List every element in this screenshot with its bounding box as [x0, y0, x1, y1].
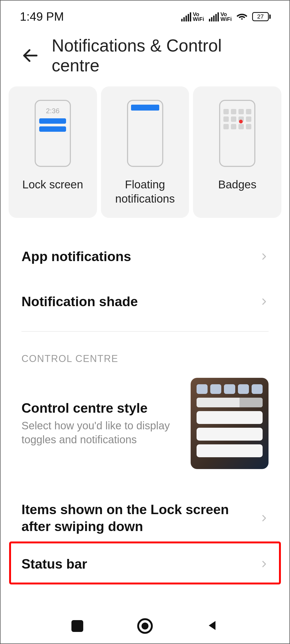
card-label-floating: Floating notifications — [101, 178, 189, 206]
row-status-bar[interactable]: Status bar — [1, 541, 289, 587]
row-label: App notifications — [21, 249, 131, 264]
card-label-lock: Lock screen — [20, 178, 86, 192]
triangle-left-icon — [206, 619, 219, 633]
row-label: Status bar — [21, 556, 87, 572]
circle-icon — [137, 618, 153, 634]
nav-recent-button[interactable] — [67, 615, 88, 637]
signal-indicator-1: Vo WiFi — [181, 12, 204, 21]
header: Notifications & Control centre — [1, 33, 289, 78]
row-app-notifications[interactable]: App notifications — [1, 234, 289, 279]
cc-style-title: Control centre style — [21, 400, 183, 416]
row-label: Items shown on the Lock screen after swi… — [21, 501, 258, 535]
floating-preview-icon — [127, 100, 163, 167]
arrow-left-icon — [21, 46, 40, 65]
card-label-badges: Badges — [215, 178, 259, 192]
chevron-right-icon — [259, 559, 269, 569]
lock-screen-preview-icon: 2:36 — [35, 100, 71, 167]
vowifi-label-1: Vo WiFi — [193, 12, 204, 21]
back-button[interactable] — [20, 45, 41, 66]
signal-bars-icon — [209, 12, 219, 21]
nav-back-button[interactable] — [202, 615, 223, 637]
chevron-right-icon — [259, 514, 269, 523]
row-notification-shade[interactable]: Notification shade — [1, 279, 289, 324]
page-title: Notifications & Control centre — [52, 36, 270, 75]
navigation-bar — [1, 609, 289, 643]
chevron-right-icon — [259, 297, 269, 306]
status-time: 1:49 PM — [20, 10, 64, 23]
battery-percentage: 27 — [252, 12, 269, 21]
square-icon — [71, 620, 83, 632]
battery-indicator: 27 — [252, 12, 271, 21]
mock-lock-time: 2:36 — [46, 107, 60, 115]
signal-bars-icon — [181, 12, 191, 21]
badges-preview-icon — [219, 100, 255, 167]
chevron-right-icon — [259, 252, 269, 261]
card-lock-screen[interactable]: 2:36 Lock screen — [9, 86, 97, 218]
wifi-icon — [237, 11, 247, 22]
row-label: Notification shade — [21, 294, 138, 309]
section-header-control-centre: CONTROL CENTRE — [1, 332, 289, 372]
row-items-lock-screen[interactable]: Items shown on the Lock screen after swi… — [1, 491, 289, 546]
row-control-centre-style[interactable]: Control centre style Select how you'd li… — [1, 372, 289, 477]
signal-indicator-2: Vo WiFi — [209, 12, 232, 21]
vowifi-label-2: Vo WiFi — [220, 12, 232, 21]
nav-home-button[interactable] — [134, 615, 156, 637]
card-badges[interactable]: Badges — [193, 86, 281, 218]
control-centre-preview-icon — [191, 378, 269, 469]
status-right-cluster: Vo WiFi Vo WiFi 27 — [181, 11, 271, 22]
card-floating-notifications[interactable]: Floating notifications — [101, 86, 189, 218]
status-bar: 1:49 PM Vo WiFi Vo WiFi 27 — [1, 1, 289, 33]
cc-style-subtitle: Select how you'd like to display toggles… — [21, 419, 172, 447]
